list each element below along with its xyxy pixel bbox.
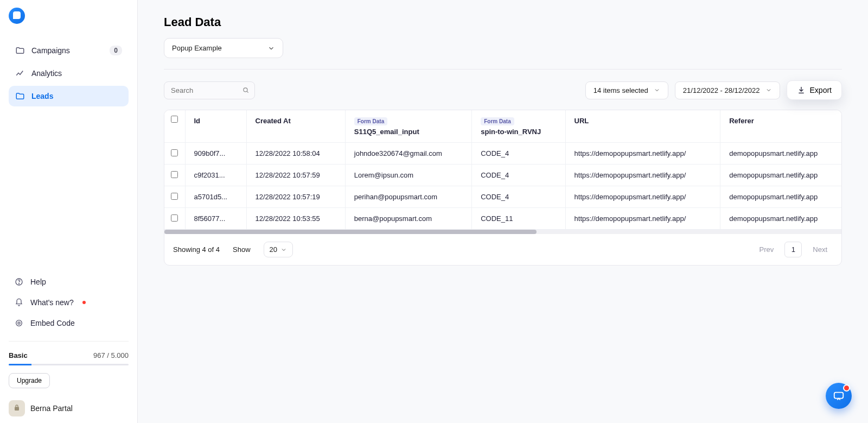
cell-id: 909b0f7...: [185, 143, 246, 165]
bell-icon: [14, 298, 24, 307]
form-data-tag: Form Data: [354, 117, 387, 125]
svg-point-2: [16, 320, 22, 326]
page-number[interactable]: 1: [784, 242, 802, 257]
sidebar-item-leads[interactable]: Leads: [9, 86, 129, 106]
row-checkbox[interactable]: [171, 214, 178, 222]
cell-created: 12/28/2022 10:57:59: [246, 165, 345, 186]
select-all-checkbox[interactable]: [171, 116, 178, 123]
columns-selected-dropdown[interactable]: 14 items selected: [585, 81, 668, 99]
col-url: URL: [565, 110, 720, 143]
table-footer: Showing 4 of 4 Show 20 Prev 1 Next: [164, 234, 841, 265]
row-checkbox[interactable]: [171, 149, 178, 156]
col-email-label: S11Q5_email_input: [354, 128, 419, 136]
help-icon: [14, 277, 24, 287]
main-content: Lead Data Popup Example 14 items selecte…: [138, 0, 868, 279]
plan-tier: Basic: [9, 351, 28, 359]
table-row: c9f2031...12/28/2022 10:57:59Lorem@ipsun…: [164, 165, 841, 186]
col-select-all: [164, 110, 185, 143]
export-label: Export: [810, 86, 832, 94]
table-row: a5701d5...12/28/2022 10:57:19perihan@pop…: [164, 186, 841, 208]
leads-table: Id Created At Form Data S11Q5_email_inpu…: [164, 110, 841, 230]
target-icon: [14, 318, 24, 328]
chat-fab[interactable]: [826, 383, 852, 409]
next-button[interactable]: Next: [807, 242, 833, 257]
prev-button[interactable]: Prev: [754, 242, 780, 257]
row-checkbox[interactable]: [171, 171, 178, 178]
pager: Prev 1 Next: [754, 242, 833, 257]
export-button[interactable]: Export: [787, 80, 842, 100]
cell-id: c9f2031...: [185, 165, 246, 186]
scrollbar-thumb[interactable]: [164, 230, 537, 234]
campaign-dropdown[interactable]: Popup Example: [164, 38, 283, 58]
col-id: Id: [185, 110, 246, 143]
leads-icon: [15, 91, 25, 101]
sidebar-item-campaigns[interactable]: Campaigns 0: [9, 40, 129, 61]
page-size-value: 20: [270, 245, 277, 254]
page-title: Lead Data: [164, 15, 842, 29]
sidebar-item-analytics[interactable]: Analytics: [9, 63, 129, 84]
cell-referer: demopopupsmart.netlify.app: [720, 143, 841, 165]
user-row[interactable]: Berna Partal: [9, 400, 129, 416]
notification-dot: [82, 301, 86, 304]
sidebar-item-label: Embed Code: [30, 319, 75, 327]
toolbar: 14 items selected 21/12/2022 - 28/12/202…: [164, 80, 842, 100]
search-input[interactable]: [164, 81, 255, 99]
svg-point-3: [18, 322, 20, 324]
plan-progress-fill: [9, 364, 31, 365]
table-container: Id Created At Form Data S11Q5_email_inpu…: [164, 110, 842, 266]
chevron-down-icon: [765, 87, 772, 93]
row-checkbox[interactable]: [171, 193, 178, 200]
plan-box: Basic 967 / 5.000 Upgrade: [9, 341, 129, 388]
plan-quota: 967 / 5.000: [93, 351, 129, 359]
date-range-label: 21/12/2022 - 28/12/2022: [683, 86, 760, 94]
cell-url: https://demopopupsmart.netlify.app/: [565, 208, 720, 230]
folder-icon: [15, 46, 25, 55]
download-icon: [797, 86, 806, 94]
sidebar-item-label: Campaigns: [31, 46, 70, 55]
primary-nav: Campaigns 0 Analytics Leads: [9, 40, 129, 109]
cell-created: 12/28/2022 10:58:04: [246, 143, 345, 165]
avatar: [9, 400, 25, 416]
sidebar-item-label: Leads: [31, 92, 53, 100]
upgrade-button[interactable]: Upgrade: [9, 373, 50, 388]
page-size-select[interactable]: 20: [264, 242, 293, 257]
cell-email: berna@popupsmart.com: [345, 208, 471, 230]
cell-email: perihan@popupsmart.com: [345, 186, 471, 208]
campaigns-count-badge: 0: [110, 46, 122, 55]
row-select-cell: [164, 165, 185, 186]
svg-rect-4: [15, 407, 19, 411]
row-select-cell: [164, 143, 185, 165]
chevron-down-icon: [654, 87, 660, 93]
chevron-down-icon: [267, 45, 275, 52]
cell-created: 12/28/2022 10:57:19: [246, 186, 345, 208]
secondary-nav: Help What's new? Embed Code: [9, 273, 129, 334]
sidebar-item-label: Analytics: [31, 69, 62, 78]
sidebar-item-embed[interactable]: Embed Code: [9, 314, 129, 332]
cell-url: https://demopopupsmart.netlify.app/: [565, 143, 720, 165]
brand-logo[interactable]: [9, 8, 25, 24]
cell-created: 12/28/2022 10:53:55: [246, 208, 345, 230]
cell-email: Lorem@ipsun.com: [345, 165, 471, 186]
table-row: 909b0f7...12/28/2022 10:58:04johndoe3206…: [164, 143, 841, 165]
search-icon: [242, 86, 250, 94]
section-divider: [164, 69, 842, 70]
sidebar-item-whatsnew[interactable]: What's new?: [9, 293, 129, 312]
cell-id: a5701d5...: [185, 186, 246, 208]
sidebar-item-help[interactable]: Help: [9, 273, 129, 291]
columns-selected-label: 14 items selected: [593, 86, 648, 94]
col-referer: Referer: [720, 110, 841, 143]
col-spin-label: spin-to-win_RVNJ: [481, 128, 541, 136]
campaign-selected: Popup Example: [172, 44, 222, 52]
svg-rect-6: [834, 393, 844, 399]
table-scroll[interactable]: Id Created At Form Data S11Q5_email_inpu…: [164, 110, 841, 230]
row-select-cell: [164, 208, 185, 230]
col-created: Created At: [246, 110, 345, 143]
sidebar: Campaigns 0 Analytics Leads Help: [0, 0, 138, 423]
cell-spin: CODE_4: [472, 165, 565, 186]
cell-email: johndoe320674@gmail.com: [345, 143, 471, 165]
cell-id: 8f56077...: [185, 208, 246, 230]
user-name: Berna Partal: [30, 404, 73, 413]
cell-spin: CODE_4: [472, 143, 565, 165]
date-range-picker[interactable]: 21/12/2022 - 28/12/2022: [675, 81, 780, 99]
horizontal-scrollbar[interactable]: [164, 230, 841, 234]
